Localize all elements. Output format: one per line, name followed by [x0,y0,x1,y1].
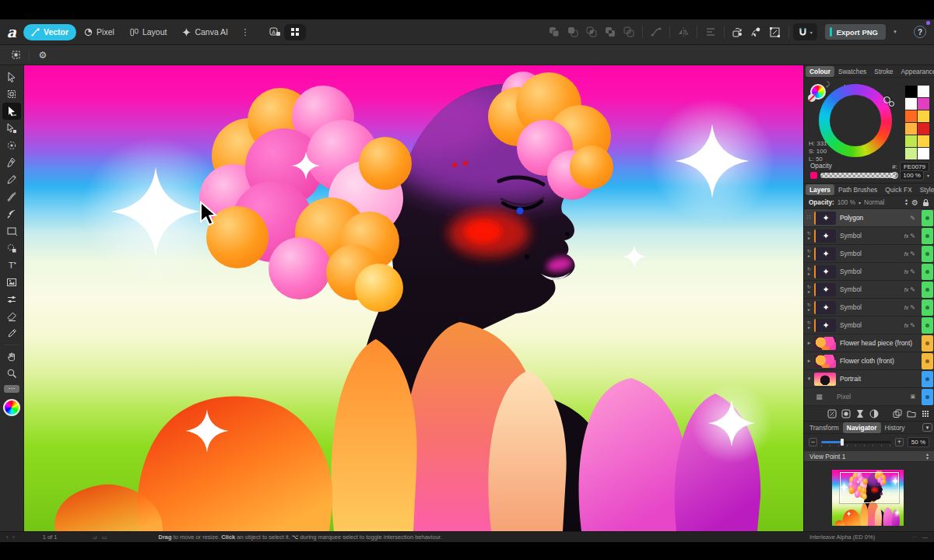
persona-tab-layout[interactable]: Layout [122,24,175,40]
visibility-toggle[interactable] [922,353,933,369]
layer-gear-icon[interactable]: ⚙ [911,198,918,207]
layer-row[interactable]: ↻▸ ✦ Symbol fx ✎ [804,263,934,281]
visibility-toggle[interactable] [922,246,933,262]
viewport-rectangle[interactable] [840,472,898,503]
opacity-slider-handle[interactable] [891,172,898,179]
collapse-chevron-icon[interactable]: ▾ [804,376,814,381]
hue-marker-2[interactable] [889,101,894,107]
snapping-button[interactable]: ▾ [793,23,817,40]
colour-picker-tool[interactable] [2,325,21,342]
fx-badge[interactable]: fx [904,233,908,239]
tab-transform[interactable]: Transform [806,422,843,433]
artboard-tool[interactable] [2,86,21,103]
visibility-toggle[interactable] [922,371,933,387]
persona-overflow-menu[interactable]: ⋮ [237,24,254,40]
swatch[interactable] [905,135,917,147]
edit-pencil-icon[interactable]: ✎ [910,322,915,329]
next-page-icon[interactable]: › [12,534,14,540]
fx-badge[interactable]: fx [904,269,908,275]
swatch[interactable] [905,148,917,159]
paint-brush-tool[interactable] [2,205,21,222]
persona-tab-canva-ai[interactable]: Canva AI [174,24,236,40]
visibility-toggle[interactable] [922,317,933,334]
zoom-tool[interactable] [2,365,21,382]
visibility-toggle[interactable] [922,335,933,352]
layer-thumbnail[interactable] [814,355,836,368]
layer-thumbnail[interactable]: ✦ [814,229,836,243]
layer-row[interactable]: ▾ Portrait [804,370,934,388]
insert-target-icon[interactable] [748,24,765,40]
edit-pencil-icon[interactable]: ✎ [910,304,915,311]
zoom-in-button[interactable]: + [895,438,904,446]
blend-stepper-icon[interactable]: ▴▾ [905,198,908,206]
layer-opacity-value[interactable]: 100 % [837,199,855,206]
zoom-value[interactable]: 50 % [908,437,929,447]
rectangle-tool[interactable] [2,222,21,240]
persona-tab-vector[interactable]: Vector [23,24,76,40]
pixel-selection-tool[interactable] [2,240,21,257]
tab-history[interactable]: History [881,422,909,433]
duplicate-layer-icon[interactable] [893,409,902,418]
status-dots-icon[interactable]: ·· [912,534,916,540]
adjustment-layer-icon[interactable] [855,409,865,418]
rotate-duplicate-icon[interactable] [729,24,746,40]
layer-row[interactable]: ↻▸ ✦ Symbol fx ✎ [804,227,934,245]
move-tool[interactable] [2,103,21,120]
layer-thumbnail[interactable] [814,337,836,350]
swatch[interactable] [918,110,929,122]
layer-thumbnail[interactable]: ✦ [814,247,836,261]
navigator-thumbnail[interactable] [832,470,904,526]
edit-pencil-icon[interactable]: ✎ [910,215,915,222]
layer-row[interactable]: ↻▸ ✦ Symbol fx ✎ [804,299,934,317]
view-point-row[interactable]: View Point 1 ▴▾ [804,450,934,462]
layer-thumbnail[interactable]: ✦ [814,212,836,225]
layer-thumbnail[interactable]: ✦ [814,283,836,296]
layer-row[interactable]: ▸ Flower cloth (front) [804,352,934,370]
layer-row[interactable]: ▸ Flower head piece (front) [804,334,934,352]
layer-opacity-caret[interactable]: ▾ [859,200,861,205]
character-panel-icon[interactable]: A [266,24,283,40]
scale-box-icon[interactable] [767,24,784,40]
edit-pencil-icon[interactable]: ✎ [910,250,915,257]
persona-tab-pixel[interactable]: Pixel [76,24,122,40]
fx-badge[interactable]: fx [904,251,908,257]
colour-wheel[interactable] [819,84,892,157]
swap-colours-icon[interactable]: ⤸ [826,81,830,89]
live-filter-icon[interactable] [869,409,879,418]
swatch[interactable] [905,110,917,122]
fx-badge[interactable]: fx [904,305,908,310]
layer-thumbnail[interactable]: ✦ [814,265,836,278]
visibility-toggle[interactable] [922,228,933,244]
text-tool[interactable]: T [2,257,21,274]
fx-layer-icon[interactable] [827,409,837,418]
layer-row[interactable]: ↻▸ ✦ Symbol fx ✎ [804,245,934,263]
new-layer-icon[interactable] [907,409,916,418]
vector-brush-tool[interactable] [2,188,21,205]
swatch[interactable] [905,123,917,135]
swatch[interactable] [918,98,929,110]
expand-chevron-icon[interactable]: ▸ [804,341,814,345]
swatch[interactable] [918,148,929,159]
pages-icon[interactable]: ▭ [102,534,107,541]
layer-row[interactable]: ▦ Pixel ▣ [804,388,934,406]
visibility-toggle[interactable] [922,282,933,298]
no-colour-well[interactable] [808,94,816,102]
artboard-settings-icon[interactable] [7,47,24,63]
home-grid-button[interactable] [284,24,306,40]
tab-swatches[interactable]: Swatches [834,66,870,77]
layer-row[interactable]: ↻▸ ✦ Symbol fx ✎ [804,317,934,334]
tab-colour[interactable]: Colour [806,66,834,77]
opacity-slider[interactable] [820,173,897,178]
mask-layer-icon[interactable] [841,409,851,418]
selection-brush-tool[interactable] [2,137,21,154]
view-point-stepper-icon[interactable]: ▴▾ [926,453,929,460]
pattern-layer-icon[interactable] [921,409,930,418]
image-tool[interactable] [2,274,21,291]
layer-row[interactable]: ∷ ✦ Polygon ✎ [804,209,934,227]
blend-mode-value[interactable]: Normal [864,199,884,206]
prev-page-icon[interactable]: ‹ [6,534,8,540]
status-dash-icon[interactable]: — [922,534,928,540]
edit-pencil-icon[interactable]: ✎ [910,286,915,293]
export-png-button[interactable]: Export PNG [825,24,886,40]
swatch[interactable] [918,135,929,147]
